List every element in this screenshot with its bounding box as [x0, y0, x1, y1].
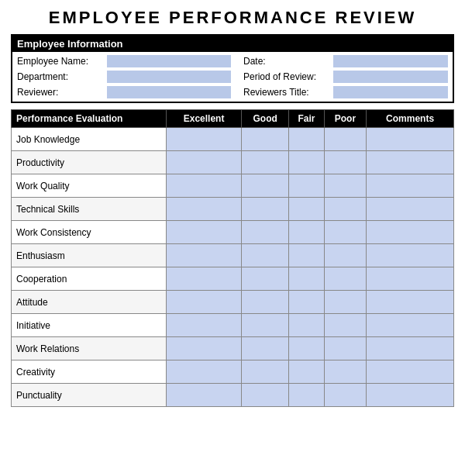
- date-input[interactable]: [333, 55, 448, 67]
- rating-cell-6-1[interactable]: [242, 267, 289, 291]
- rating-cell-1-0[interactable]: [167, 151, 242, 174]
- col-header-performance: Performance Evaluation: [12, 110, 167, 128]
- rating-cell-1-2[interactable]: [289, 151, 324, 174]
- rating-cell-1-3[interactable]: [324, 151, 366, 174]
- reviewers-title-label: Reviewers Title:: [243, 87, 329, 98]
- reviewers-title-input[interactable]: [333, 86, 448, 98]
- rating-cell-5-4[interactable]: [367, 244, 454, 267]
- rating-cell-2-4[interactable]: [367, 174, 454, 198]
- row-label-4: Work Consistency: [12, 221, 167, 244]
- rating-cell-8-4[interactable]: [367, 314, 454, 337]
- rating-cell-5-2[interactable]: [289, 244, 324, 267]
- row-label-1: Productivity: [12, 151, 167, 174]
- rating-cell-11-0[interactable]: [167, 384, 242, 407]
- date-label: Date:: [243, 56, 329, 67]
- rating-cell-3-1[interactable]: [242, 198, 289, 221]
- rating-cell-9-0[interactable]: [167, 337, 242, 360]
- row-label-5: Enthusiasm: [12, 244, 167, 267]
- row-label-6: Cooperation: [12, 267, 167, 291]
- rating-cell-0-2[interactable]: [289, 128, 324, 151]
- col-header-fair: Fair: [289, 110, 324, 128]
- rating-cell-4-1[interactable]: [242, 221, 289, 244]
- rating-cell-5-3[interactable]: [324, 244, 366, 267]
- rating-cell-7-1[interactable]: [242, 291, 289, 314]
- info-row-3: Reviewer: Reviewers Title:: [17, 86, 448, 98]
- rating-cell-11-4[interactable]: [367, 384, 454, 407]
- rating-cell-9-3[interactable]: [324, 337, 366, 360]
- row-label-9: Work Relations: [12, 337, 167, 360]
- rating-cell-8-3[interactable]: [324, 314, 366, 337]
- table-row: Work Quality: [12, 174, 454, 198]
- table-row: Job Knowledge: [12, 128, 454, 151]
- table-row: Enthusiasm: [12, 244, 454, 267]
- table-row: Attitude: [12, 291, 454, 314]
- col-header-comments: Comments: [367, 110, 454, 128]
- row-label-0: Job Knowledge: [12, 128, 167, 151]
- row-label-7: Attitude: [12, 291, 167, 314]
- rating-cell-6-0[interactable]: [167, 267, 242, 291]
- rating-cell-4-2[interactable]: [289, 221, 324, 244]
- rating-cell-11-1[interactable]: [242, 384, 289, 407]
- table-row: Productivity: [12, 151, 454, 174]
- rating-cell-10-1[interactable]: [242, 360, 289, 384]
- info-row-1: Employee Name: Date:: [17, 55, 448, 67]
- rating-cell-1-1[interactable]: [242, 151, 289, 174]
- table-row: Work Relations: [12, 337, 454, 360]
- rating-cell-9-2[interactable]: [289, 337, 324, 360]
- rating-cell-0-4[interactable]: [367, 128, 454, 151]
- rating-cell-0-1[interactable]: [242, 128, 289, 151]
- rating-cell-7-4[interactable]: [367, 291, 454, 314]
- row-label-3: Technical Skills: [12, 198, 167, 221]
- rating-cell-3-3[interactable]: [324, 198, 366, 221]
- table-row: Initiative: [12, 314, 454, 337]
- rating-cell-2-1[interactable]: [242, 174, 289, 198]
- page-title: EMPLOYEE PERFORMANCE REVIEW: [11, 8, 454, 28]
- rating-cell-10-3[interactable]: [324, 360, 366, 384]
- rating-cell-3-0[interactable]: [167, 198, 242, 221]
- table-row: Cooperation: [12, 267, 454, 291]
- rating-cell-5-0[interactable]: [167, 244, 242, 267]
- table-row: Technical Skills: [12, 198, 454, 221]
- rating-cell-2-2[interactable]: [289, 174, 324, 198]
- period-input[interactable]: [333, 71, 448, 83]
- rating-cell-9-4[interactable]: [367, 337, 454, 360]
- reviewer-label: Reviewer:: [17, 87, 102, 98]
- info-row-2: Department: Period of Review:: [17, 71, 448, 83]
- rating-cell-10-4[interactable]: [367, 360, 454, 384]
- rating-cell-8-1[interactable]: [242, 314, 289, 337]
- rating-cell-7-0[interactable]: [167, 291, 242, 314]
- row-label-2: Work Quality: [12, 174, 167, 198]
- employee-name-input[interactable]: [107, 55, 231, 67]
- rating-cell-11-2[interactable]: [289, 384, 324, 407]
- department-label: Department:: [17, 71, 102, 82]
- rating-cell-2-3[interactable]: [324, 174, 366, 198]
- table-header-row: Performance Evaluation Excellent Good Fa…: [12, 110, 454, 128]
- rating-cell-6-2[interactable]: [289, 267, 324, 291]
- rating-cell-0-3[interactable]: [324, 128, 366, 151]
- rating-cell-2-0[interactable]: [167, 174, 242, 198]
- rating-cell-7-3[interactable]: [324, 291, 366, 314]
- department-input[interactable]: [107, 71, 231, 83]
- rating-cell-3-4[interactable]: [367, 198, 454, 221]
- rating-cell-8-0[interactable]: [167, 314, 242, 337]
- rating-cell-4-4[interactable]: [367, 221, 454, 244]
- rating-cell-0-0[interactable]: [167, 128, 242, 151]
- rating-cell-7-2[interactable]: [289, 291, 324, 314]
- table-row: Creativity: [12, 360, 454, 384]
- row-label-10: Creativity: [12, 360, 167, 384]
- rating-cell-8-2[interactable]: [289, 314, 324, 337]
- rating-cell-9-1[interactable]: [242, 337, 289, 360]
- rating-cell-4-3[interactable]: [324, 221, 366, 244]
- reviewer-input[interactable]: [107, 86, 231, 98]
- rating-cell-4-0[interactable]: [167, 221, 242, 244]
- rating-cell-3-2[interactable]: [289, 198, 324, 221]
- info-fields: Employee Name: Date: Department: Period …: [12, 52, 453, 102]
- rating-cell-10-2[interactable]: [289, 360, 324, 384]
- rating-cell-5-1[interactable]: [242, 244, 289, 267]
- rating-cell-11-3[interactable]: [324, 384, 366, 407]
- rating-cell-1-4[interactable]: [367, 151, 454, 174]
- table-row: Punctuality: [12, 384, 454, 407]
- rating-cell-6-3[interactable]: [324, 267, 366, 291]
- rating-cell-6-4[interactable]: [367, 267, 454, 291]
- rating-cell-10-0[interactable]: [167, 360, 242, 384]
